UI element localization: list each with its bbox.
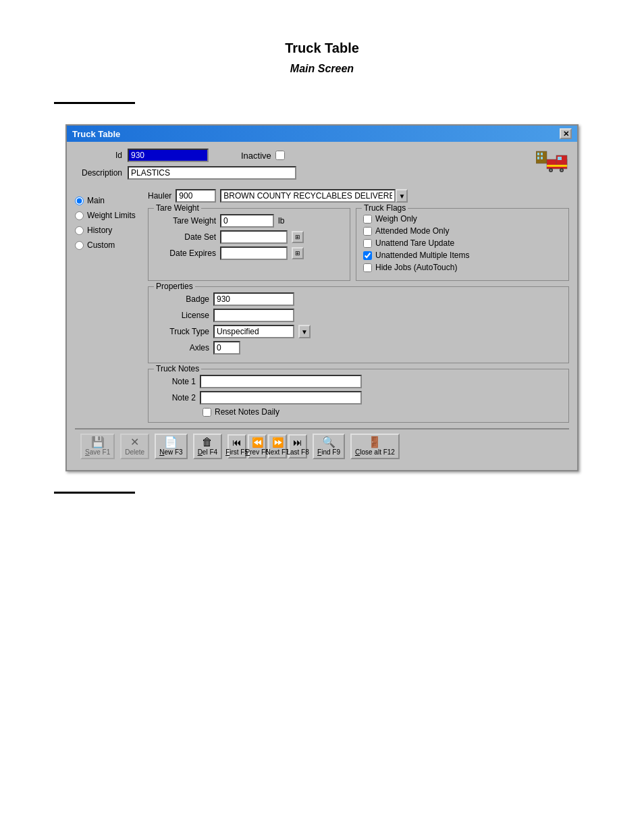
window-titlebar: Truck Table ✕	[67, 126, 577, 142]
save-label: Save F1	[85, 448, 110, 456]
note1-label: Note 1	[155, 377, 196, 386]
find-icon: 🔍	[322, 437, 336, 448]
prev-icon: ⏪	[252, 437, 263, 448]
description-input[interactable]	[128, 166, 296, 180]
tare-weight-label: Tare Weight	[155, 216, 216, 226]
date-expires-label: Date Expires	[155, 249, 216, 258]
svg-rect-2	[541, 153, 543, 155]
del-f4-label: Del F4	[198, 448, 217, 456]
date-set-label: Date Set	[155, 232, 216, 242]
reset-notes-daily-checkbox[interactable]	[203, 408, 211, 417]
tare-weight-row: Tare Weight lb	[155, 214, 343, 228]
find-button[interactable]: 🔍 Find F9	[313, 434, 345, 459]
axles-input[interactable]	[213, 341, 240, 355]
hauler-desc-input[interactable]	[220, 189, 396, 203]
truck-type-label: Truck Type	[155, 327, 209, 336]
svg-rect-1	[537, 153, 539, 155]
properties-group: Properties Badge License Truck Type	[148, 286, 569, 363]
date-set-input[interactable]	[220, 230, 288, 244]
nav-custom[interactable]: Custom	[75, 240, 142, 250]
properties-title: Properties	[154, 282, 195, 291]
badge-input[interactable]	[213, 292, 294, 306]
axles-row: Axles	[155, 341, 562, 355]
flag-hide-jobs: Hide Jobs (AutoTouch)	[363, 263, 562, 272]
close-icon: 🚪	[368, 437, 381, 448]
date-set-calendar-button[interactable]: ⊞	[292, 231, 304, 243]
tare-weight-input[interactable]	[220, 214, 274, 228]
next-button[interactable]: ⏩ Next F7	[268, 434, 287, 459]
right-panel: Hauler ▼ Tare Weight Tare W	[148, 189, 569, 428]
flag-unattend-tare: Unattend Tare Update	[363, 238, 562, 248]
tare-weight-group: Tare Weight Tare Weight lb Date Set ⊞	[148, 208, 350, 281]
hauler-desc-area: ▼	[220, 189, 569, 203]
truck-type-input[interactable]	[213, 325, 294, 338]
window-title: Truck Table	[72, 129, 120, 139]
nav-history[interactable]: History	[75, 226, 142, 235]
nav-history-radio[interactable]	[75, 226, 84, 235]
page-title: Truck Table	[54, 41, 590, 56]
window-close-button[interactable]: ✕	[560, 128, 572, 139]
next-label: Next F7	[266, 448, 290, 456]
first-button[interactable]: ⏮ First F5	[227, 434, 246, 459]
date-expires-input[interactable]	[220, 246, 288, 260]
truck-flags-group: Truck Flags Weigh Only Attended Mode Onl…	[356, 208, 569, 281]
id-label: Id	[75, 151, 122, 160]
first-icon: ⏮	[232, 437, 242, 448]
date-expires-row: Date Expires ⊞	[155, 246, 343, 260]
truck-type-row: Truck Type ▼	[155, 325, 562, 338]
reset-row: Reset Notes Daily	[155, 407, 562, 417]
truck-notes-title: Truck Notes	[154, 364, 201, 373]
badge-label: Badge	[155, 294, 209, 304]
page-subtitle: Main Screen	[54, 63, 590, 75]
svg-point-11	[561, 170, 563, 172]
date-expires-calendar-button[interactable]: ⊞	[292, 247, 304, 259]
inactive-checkbox[interactable]	[275, 151, 285, 160]
delete-button[interactable]: ✕ Delete	[120, 434, 149, 459]
nav-custom-label: Custom	[87, 240, 115, 250]
truck-icon-area	[535, 149, 569, 176]
delete-icon: ✕	[130, 437, 139, 448]
truck-type-dropdown-button[interactable]: ▼	[298, 325, 311, 338]
nav-main[interactable]: Main	[75, 196, 142, 205]
flag-unattend-tare-checkbox[interactable]	[363, 239, 372, 248]
find-label: Find F9	[317, 448, 340, 456]
flag-attended-mode-checkbox[interactable]	[363, 227, 372, 236]
license-input[interactable]	[213, 309, 294, 322]
flag-weigh-only-label: Weigh Only	[375, 214, 417, 224]
note2-input[interactable]	[200, 391, 362, 405]
hauler-dropdown-button[interactable]: ▼	[396, 189, 408, 203]
save-icon: 💾	[91, 437, 105, 448]
nav-custom-radio[interactable]	[75, 241, 84, 250]
description-row: Description	[75, 166, 296, 180]
hauler-id-input[interactable]	[176, 189, 216, 203]
flag-hide-jobs-label: Hide Jobs (AutoTouch)	[375, 263, 457, 272]
new-button[interactable]: 📄 New F3	[155, 434, 187, 459]
nav-history-label: History	[87, 226, 112, 235]
flag-hide-jobs-checkbox[interactable]	[363, 263, 372, 272]
description-label: Description	[75, 168, 122, 178]
inactive-area: Inactive	[241, 151, 285, 161]
flag-unattended-multiple-checkbox[interactable]	[363, 251, 372, 260]
flag-weigh-only-checkbox[interactable]	[363, 215, 372, 224]
svg-rect-7	[558, 157, 562, 160]
truck-table-window: Truck Table ✕ Id Inactive Desc	[65, 124, 579, 471]
prev-button[interactable]: ⏪ Prev F6	[248, 434, 267, 459]
nav-main-radio[interactable]	[75, 197, 84, 205]
close-button[interactable]: 🚪 Close alt F12	[350, 434, 400, 459]
nav-weight-limits-radio[interactable]	[75, 211, 84, 220]
window-body: Id Inactive Description	[67, 142, 577, 470]
hauler-label: Hauler	[148, 191, 171, 201]
close-label: Close alt F12	[355, 448, 395, 456]
note1-input[interactable]	[200, 375, 362, 388]
del-f4-button[interactable]: 🗑 Del F4	[193, 434, 222, 459]
flag-unattended-multiple: Unattended Multiple Items	[363, 251, 562, 260]
delete-label: Delete	[125, 448, 144, 456]
id-input[interactable]	[128, 149, 209, 162]
tare-weight-unit: lb	[278, 216, 284, 226]
last-button[interactable]: ⏭ Last F8	[288, 434, 307, 459]
flag-unattended-multiple-label: Unattended Multiple Items	[375, 251, 469, 260]
save-button[interactable]: 💾 Save F1	[80, 434, 115, 459]
note1-row: Note 1	[155, 375, 562, 388]
nav-weight-limits[interactable]: Weight Limits	[75, 211, 142, 220]
svg-rect-4	[541, 157, 543, 159]
